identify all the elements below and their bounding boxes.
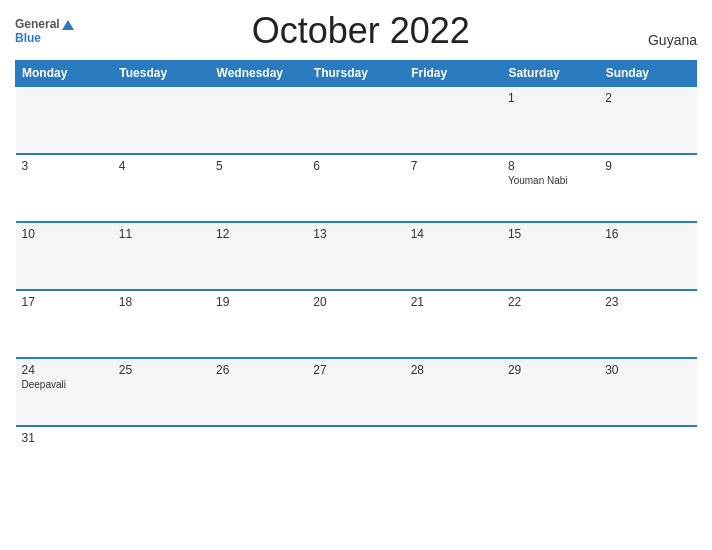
day-cell: 13: [307, 222, 404, 290]
day-number: 16: [605, 227, 690, 241]
day-cell: 25: [113, 358, 210, 426]
day-number: 20: [313, 295, 398, 309]
logo-general: General: [15, 17, 74, 31]
calendar-header-row: Monday Tuesday Wednesday Thursday Friday…: [16, 61, 697, 87]
week-row-1: 345678Youman Nabi9: [16, 154, 697, 222]
day-cell: [405, 426, 502, 494]
day-cell: 21: [405, 290, 502, 358]
week-row-0: 12: [16, 86, 697, 154]
day-cell: 16: [599, 222, 696, 290]
day-cell: 17: [16, 290, 113, 358]
day-cell: 23: [599, 290, 696, 358]
weekday-saturday: Saturday: [502, 61, 599, 87]
day-cell: 29: [502, 358, 599, 426]
week-row-3: 17181920212223: [16, 290, 697, 358]
day-number: 19: [216, 295, 301, 309]
day-number: 22: [508, 295, 593, 309]
day-cell: [210, 86, 307, 154]
day-number: 17: [22, 295, 107, 309]
day-number: 5: [216, 159, 301, 173]
day-cell: 24Deepavali: [16, 358, 113, 426]
day-number: 13: [313, 227, 398, 241]
week-row-5: 31: [16, 426, 697, 494]
calendar-header: General Blue October 2022 Guyana: [15, 10, 697, 52]
day-cell: 20: [307, 290, 404, 358]
day-cell: 27: [307, 358, 404, 426]
day-number: 24: [22, 363, 107, 377]
day-number: 6: [313, 159, 398, 173]
day-cell: [502, 426, 599, 494]
day-number: 11: [119, 227, 204, 241]
weekday-row: Monday Tuesday Wednesday Thursday Friday…: [16, 61, 697, 87]
month-title: October 2022: [74, 10, 648, 52]
event-label: Deepavali: [22, 379, 107, 390]
day-cell: [307, 86, 404, 154]
day-number: 27: [313, 363, 398, 377]
day-number: 26: [216, 363, 301, 377]
day-number: 10: [22, 227, 107, 241]
day-number: 4: [119, 159, 204, 173]
day-number: 3: [22, 159, 107, 173]
day-cell: 7: [405, 154, 502, 222]
day-number: 29: [508, 363, 593, 377]
day-number: 28: [411, 363, 496, 377]
day-cell: 31: [16, 426, 113, 494]
day-cell: [405, 86, 502, 154]
event-label: Youman Nabi: [508, 175, 593, 186]
day-cell: 19: [210, 290, 307, 358]
day-cell: 26: [210, 358, 307, 426]
logo: General Blue: [15, 17, 74, 46]
day-cell: 1: [502, 86, 599, 154]
day-cell: 14: [405, 222, 502, 290]
day-cell: [113, 86, 210, 154]
weekday-monday: Monday: [16, 61, 113, 87]
calendar-body: 12345678Youman Nabi910111213141516171819…: [16, 86, 697, 494]
logo-triangle-icon: [62, 20, 74, 30]
day-cell: 12: [210, 222, 307, 290]
day-number: 14: [411, 227, 496, 241]
day-number: 18: [119, 295, 204, 309]
weekday-friday: Friday: [405, 61, 502, 87]
calendar-table: Monday Tuesday Wednesday Thursday Friday…: [15, 60, 697, 494]
day-number: 9: [605, 159, 690, 173]
day-number: 25: [119, 363, 204, 377]
logo-blue: Blue: [15, 31, 74, 45]
day-cell: [16, 86, 113, 154]
country-label: Guyana: [648, 32, 697, 52]
day-cell: 10: [16, 222, 113, 290]
day-number: 2: [605, 91, 690, 105]
day-cell: 18: [113, 290, 210, 358]
day-cell: 22: [502, 290, 599, 358]
day-number: 15: [508, 227, 593, 241]
day-cell: 28: [405, 358, 502, 426]
weekday-sunday: Sunday: [599, 61, 696, 87]
day-cell: [307, 426, 404, 494]
day-cell: [210, 426, 307, 494]
day-cell: 4: [113, 154, 210, 222]
weekday-tuesday: Tuesday: [113, 61, 210, 87]
day-cell: 8Youman Nabi: [502, 154, 599, 222]
week-row-4: 24Deepavali252627282930: [16, 358, 697, 426]
day-number: 21: [411, 295, 496, 309]
day-cell: 3: [16, 154, 113, 222]
day-number: 23: [605, 295, 690, 309]
day-number: 12: [216, 227, 301, 241]
week-row-2: 10111213141516: [16, 222, 697, 290]
day-cell: 30: [599, 358, 696, 426]
day-number: 31: [22, 431, 107, 445]
day-number: 30: [605, 363, 690, 377]
day-number: 1: [508, 91, 593, 105]
day-cell: 15: [502, 222, 599, 290]
day-number: 8: [508, 159, 593, 173]
day-cell: [599, 426, 696, 494]
day-cell: 9: [599, 154, 696, 222]
day-cell: 5: [210, 154, 307, 222]
weekday-wednesday: Wednesday: [210, 61, 307, 87]
calendar-container: General Blue October 2022 Guyana Monday …: [0, 0, 712, 550]
day-cell: 11: [113, 222, 210, 290]
day-number: 7: [411, 159, 496, 173]
day-cell: 6: [307, 154, 404, 222]
day-cell: [113, 426, 210, 494]
weekday-thursday: Thursday: [307, 61, 404, 87]
day-cell: 2: [599, 86, 696, 154]
